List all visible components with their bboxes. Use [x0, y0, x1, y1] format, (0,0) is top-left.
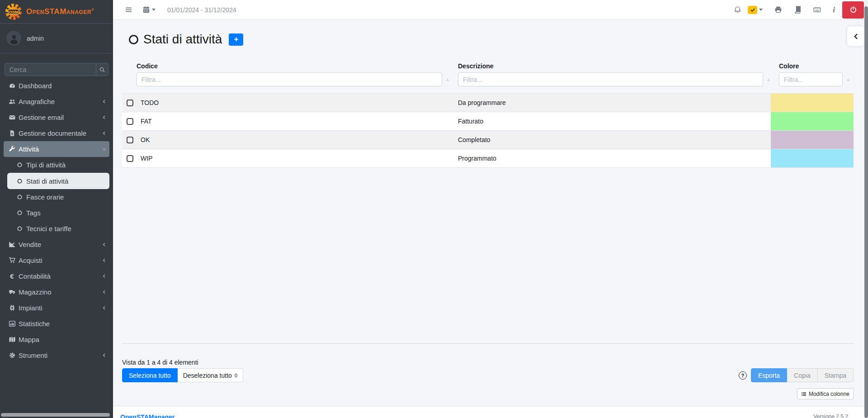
document-icon — [8, 130, 16, 137]
user-name: admin — [27, 35, 44, 42]
row-checkbox[interactable] — [127, 100, 133, 106]
date-range[interactable]: 01/01/2024 - 31/12/2024 — [167, 6, 236, 14]
list-icon — [801, 391, 807, 397]
sidebar-item-contabilita[interactable]: € Contabilità — [4, 268, 109, 284]
filter-colore-input[interactable] — [779, 72, 843, 86]
sidebar-item-impianti[interactable]: Impianti — [4, 300, 109, 316]
circle-icon — [16, 225, 24, 233]
sidebar-item-anagrafiche[interactable]: Anagrafiche — [4, 94, 109, 109]
tasks-check-icon[interactable] — [748, 6, 757, 14]
envelope-icon — [8, 114, 16, 121]
sidebar-item-vendite[interactable]: Vendite — [4, 237, 109, 252]
filter-descrizione-input[interactable] — [458, 72, 763, 86]
row-checkbox[interactable] — [127, 137, 133, 143]
caret-down-icon — [152, 9, 156, 11]
sidebar-item-tipi-di-attivita[interactable]: Tipi di attività — [4, 157, 109, 173]
sidebar-item-acquisti[interactable]: Acquisti — [4, 252, 109, 268]
row-checkbox[interactable] — [127, 118, 133, 125]
row-checkbox[interactable] — [127, 155, 133, 162]
sidebar-item-mappa[interactable]: Mappa — [4, 332, 109, 347]
sidebar-item-fasce-orarie[interactable]: Fasce orarie — [4, 189, 109, 205]
bell-icon[interactable] — [734, 6, 741, 14]
circle-icon — [129, 35, 138, 44]
chevron-left-icon — [102, 290, 107, 294]
sidebar: OSM OpenSTAManager® admin Dashboard Anag — [0, 0, 113, 418]
sort-asc-icon[interactable]: ▲ — [445, 77, 450, 82]
logout-power-button[interactable] — [842, 1, 864, 19]
table-row[interactable]: WIP Programmato — [122, 149, 854, 168]
sidebar-item-stati-di-attivita[interactable]: Stati di attività — [7, 173, 109, 189]
row-code: FAT — [136, 112, 454, 130]
sidebar-item-tecnici-e-tariffe[interactable]: Tecnici e tariffe — [4, 221, 109, 237]
sort-asc-icon[interactable]: ▲ — [846, 77, 850, 82]
book-icon[interactable] — [794, 6, 802, 14]
vertical-scrollbar-track[interactable] — [864, 0, 868, 418]
user-icon — [8, 33, 20, 44]
deselect-all-button[interactable]: Deseleziona tutto0 — [178, 368, 243, 382]
sidebar-item-tags[interactable]: Tags — [4, 205, 109, 221]
filter-codice-input[interactable] — [137, 72, 442, 86]
help-icon[interactable]: ? — [739, 371, 747, 380]
calendar-icon[interactable] — [142, 6, 150, 14]
registered-mark: ® — [91, 8, 94, 12]
svg-text:OSM: OSM — [9, 10, 19, 14]
hamburger-menu-icon[interactable] — [125, 6, 132, 14]
divider — [122, 343, 854, 344]
table-row[interactable]: FAT Fatturato — [122, 112, 854, 131]
table-row[interactable]: OK Completato — [122, 131, 854, 149]
page-title: Stati di attività — [143, 32, 222, 47]
chevron-left-icon — [102, 305, 107, 310]
row-code: OK — [136, 131, 454, 149]
sidebar-item-magazzino[interactable]: Magazzino — [4, 284, 109, 300]
collapse-panel-button[interactable] — [847, 26, 864, 46]
sidebar-item-gestione-email[interactable]: Gestione email — [4, 109, 109, 125]
column-header-descrizione[interactable]: Descrizione — [458, 62, 771, 70]
sidebar-search — [5, 63, 108, 76]
chevron-left-icon — [102, 258, 107, 263]
truck-icon — [8, 289, 16, 296]
caret-down-icon[interactable] — [759, 9, 763, 11]
sort-asc-icon[interactable]: ▲ — [766, 77, 771, 82]
user-panel[interactable]: admin — [0, 24, 113, 53]
table-row[interactable]: TODO Da programmare — [122, 94, 854, 112]
navbar-right-icons: i — [734, 0, 864, 19]
sidebar-item-gestione-documentale[interactable]: Gestione documentale — [4, 125, 109, 141]
column-header-colore[interactable]: Colore — [779, 62, 854, 70]
brand-name: OpenSTAManager® — [26, 7, 94, 16]
select-all-button[interactable]: Seleziona tutto — [122, 368, 178, 382]
search-input[interactable] — [5, 63, 96, 76]
row-description: Fatturato — [454, 112, 771, 130]
chevron-left-icon — [102, 353, 107, 358]
export-button[interactable]: Esporta — [751, 368, 787, 382]
print-button[interactable]: Stampa — [818, 368, 854, 382]
printer-icon[interactable] — [774, 6, 782, 14]
chevron-left-icon — [102, 274, 107, 279]
column-header-codice[interactable]: Codice — [137, 62, 454, 70]
row-description: Da programmare — [454, 94, 771, 112]
page-header: Stati di attività + — [129, 32, 243, 47]
sidebar-item-attivita[interactable]: Attività — [4, 141, 109, 157]
edit-columns-button[interactable]: Modifica colonne — [797, 388, 854, 399]
circle-icon — [16, 194, 24, 201]
chevron-left-icon — [102, 115, 107, 120]
sidebar-item-dashboard[interactable]: Dashboard — [4, 78, 109, 94]
search-button[interactable] — [96, 63, 108, 76]
row-description: Completato — [454, 131, 771, 149]
bar-chart-icon — [8, 320, 16, 328]
info-icon[interactable]: i — [833, 5, 835, 14]
copy-button[interactable]: Copia — [787, 368, 818, 382]
color-swatch — [771, 149, 854, 167]
app-window: OSM OpenSTAManager® admin Dashboard Anag — [0, 0, 868, 418]
footer-app-link[interactable]: OpenSTAManager — [120, 413, 175, 418]
sidebar-horizontal-scrollbar[interactable] — [1, 413, 110, 417]
keyboard-icon[interactable] — [813, 6, 821, 14]
sidebar-item-strumenti[interactable]: Strumenti — [4, 347, 109, 363]
vertical-scrollbar-thumb[interactable] — [864, 6, 868, 418]
add-button[interactable]: + — [229, 33, 243, 46]
main-content: Stati di attività + Codice ▲ Descrizione — [113, 20, 864, 406]
sidebar-item-statistiche[interactable]: Statistiche — [4, 316, 109, 332]
users-icon — [8, 98, 16, 105]
brand[interactable]: OSM OpenSTAManager® — [0, 0, 113, 24]
chart-line-icon — [8, 241, 16, 248]
row-description: Programmato — [454, 149, 771, 167]
